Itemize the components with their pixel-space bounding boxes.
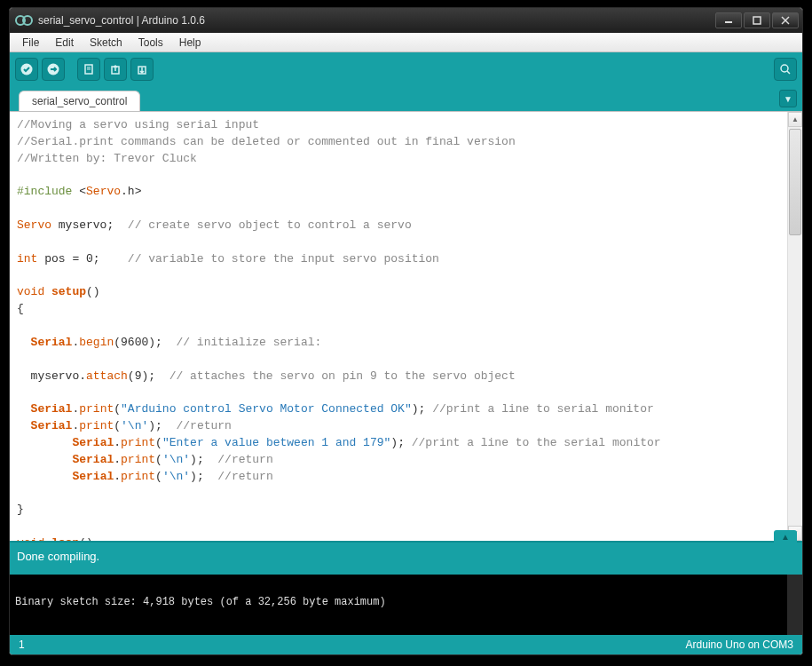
close-button[interactable] bbox=[772, 12, 799, 28]
scroll-track[interactable] bbox=[788, 127, 802, 526]
scroll-up-icon[interactable]: ▲ bbox=[788, 112, 802, 127]
bottom-bar: 1 Arduino Uno on COM3 bbox=[10, 635, 802, 654]
comment: //Moving a servo using serial input bbox=[17, 118, 259, 131]
menu-tools[interactable]: Tools bbox=[131, 35, 170, 51]
svg-line-12 bbox=[787, 71, 790, 74]
window-title: serial_servo_control | Arduino 1.0.6 bbox=[38, 14, 715, 27]
comment: //Written by: Trevor Cluck bbox=[17, 152, 197, 165]
verify-button[interactable] bbox=[15, 58, 38, 81]
svg-rect-1 bbox=[753, 17, 761, 24]
console-line: Binary sketch size: 4,918 bytes (of a 32… bbox=[15, 596, 797, 608]
code-editor[interactable]: //Moving a servo using serial input //Se… bbox=[10, 112, 787, 541]
minimize-button[interactable] bbox=[715, 12, 742, 28]
editor-area: //Moving a servo using serial input //Se… bbox=[10, 111, 802, 541]
tab-sketch[interactable]: serial_servo_control bbox=[19, 91, 140, 111]
arduino-logo-icon bbox=[15, 14, 33, 27]
preproc: #include bbox=[17, 185, 72, 198]
console-expand-icon[interactable]: ▲ bbox=[774, 530, 797, 543]
titlebar[interactable]: serial_servo_control | Arduino 1.0.6 bbox=[10, 8, 802, 33]
editor-scrollbar[interactable]: ▲ ▼ bbox=[787, 112, 802, 541]
open-sketch-button[interactable] bbox=[104, 58, 127, 81]
new-sketch-button[interactable] bbox=[77, 58, 100, 81]
menu-sketch[interactable]: Sketch bbox=[83, 35, 130, 51]
menu-edit[interactable]: Edit bbox=[48, 35, 81, 51]
tab-menu-button[interactable]: ▼ bbox=[779, 90, 797, 107]
comment: //Serial.print commands can be deleted o… bbox=[17, 135, 516, 148]
serial-monitor-button[interactable] bbox=[774, 58, 797, 81]
menu-file[interactable]: File bbox=[15, 35, 46, 51]
status-bar: ▲ Done compiling. bbox=[10, 541, 802, 575]
menu-help[interactable]: Help bbox=[172, 35, 209, 51]
console-scrollbar[interactable] bbox=[787, 575, 802, 635]
tab-row: serial_servo_control ▼ bbox=[10, 86, 802, 111]
svg-point-11 bbox=[781, 65, 788, 72]
save-sketch-button[interactable] bbox=[130, 58, 154, 81]
console-output[interactable]: Binary sketch size: 4,918 bytes (of a 32… bbox=[10, 575, 802, 635]
toolbar bbox=[10, 52, 802, 86]
menu-bar: File Edit Sketch Tools Help bbox=[10, 33, 802, 52]
upload-button[interactable] bbox=[42, 58, 65, 81]
scroll-thumb[interactable] bbox=[789, 129, 801, 235]
compile-status: Done compiling. bbox=[17, 550, 99, 563]
line-number: 1 bbox=[19, 638, 45, 651]
board-info: Arduino Uno on COM3 bbox=[686, 638, 793, 651]
app-window: serial_servo_control | Arduino 1.0.6 Fil… bbox=[9, 7, 803, 655]
maximize-button[interactable] bbox=[744, 12, 770, 28]
